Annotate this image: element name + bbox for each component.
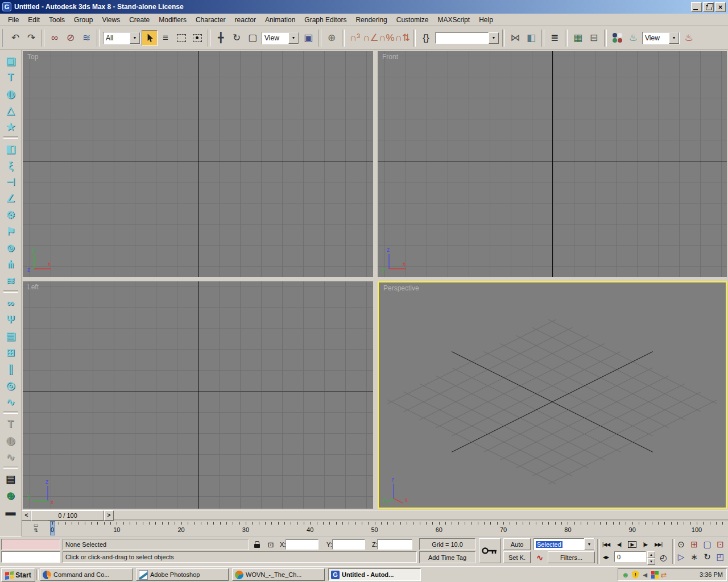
volume-tray-icon[interactable]: ◄ bbox=[642, 571, 649, 579]
key-filter-dropdown[interactable]: Selected ▼ bbox=[533, 538, 595, 550]
restore-button[interactable] bbox=[703, 2, 714, 12]
cloth-collection[interactable]: T bbox=[2, 69, 20, 85]
track-bar-ruler[interactable]: 0102030405060708090100 bbox=[48, 521, 728, 537]
toy-car[interactable]: ⊚ bbox=[2, 239, 20, 256]
toolbar-handle[interactable] bbox=[2, 29, 6, 47]
dropdown-arrow-icon[interactable]: ▼ bbox=[669, 32, 679, 44]
pan-button[interactable]: ∗ bbox=[688, 551, 701, 563]
rope-collection[interactable]: ★ bbox=[2, 118, 20, 135]
render-type-dropdown[interactable]: View▼ bbox=[642, 32, 680, 44]
window-crossing-toggle[interactable] bbox=[189, 30, 205, 46]
spinner-up-button[interactable]: ▲ bbox=[647, 551, 655, 558]
apply-rope-modifier[interactable]: ∿ bbox=[2, 448, 20, 465]
layer-manager-button[interactable]: ≣ bbox=[547, 30, 562, 46]
viewport-perspective-label[interactable]: Perspective bbox=[383, 284, 419, 292]
spinner-snap-button[interactable]: ∩⇅ bbox=[395, 30, 411, 46]
rigid-body-collection[interactable]: ▣ bbox=[2, 52, 20, 69]
plane[interactable]: ◧ bbox=[2, 140, 20, 157]
render-scene-button[interactable]: ♨ bbox=[625, 30, 641, 46]
use-pivot-center-button[interactable]: ▣ bbox=[300, 30, 316, 46]
undo-button[interactable]: ↶ bbox=[7, 30, 23, 46]
go-to-end-button[interactable]: ▶▶| bbox=[652, 538, 665, 550]
bind-to-space-warp-button[interactable]: ≋ bbox=[78, 30, 94, 46]
zoom-extents-all-button[interactable]: ⊡ bbox=[714, 538, 727, 551]
redo-button[interactable]: ↷ bbox=[23, 30, 39, 46]
spring[interactable]: ξ bbox=[2, 157, 20, 173]
go-to-start-button[interactable]: |◀◀ bbox=[599, 538, 613, 550]
arc-rotate-button[interactable]: ↻ bbox=[701, 551, 714, 563]
material-editor-button[interactable] bbox=[609, 30, 625, 46]
add-time-tag[interactable]: Add Time Tag bbox=[419, 551, 475, 563]
selection-filter-dropdown[interactable]: All▼ bbox=[103, 32, 140, 44]
time-configuration-button[interactable]: ◴ bbox=[656, 551, 670, 563]
taskbar-item-command-and-co[interactable]: Command and Co... bbox=[40, 568, 133, 581]
named-selection-sets-button[interactable]: {} bbox=[418, 30, 434, 46]
taskbar-item-untitled-autodesk[interactable]: GUntitled - Autod... bbox=[328, 568, 421, 581]
viewport-left[interactable]: Left z y x bbox=[23, 281, 373, 509]
align-button[interactable]: ◧ bbox=[523, 30, 539, 46]
angular-dashpot[interactable]: ∠ bbox=[2, 190, 20, 206]
viewport-top-label[interactable]: Top bbox=[27, 53, 38, 61]
z-coordinate-field[interactable] bbox=[377, 539, 412, 550]
start-button[interactable]: Start bbox=[1, 568, 35, 582]
point-path-constraint[interactable]: ∿ bbox=[2, 393, 20, 410]
min-max-toggle-button[interactable]: ◰ bbox=[714, 551, 727, 563]
rectangular-selection-region-button[interactable] bbox=[173, 30, 189, 46]
reference-coordinate-dropdown[interactable]: View▼ bbox=[262, 32, 299, 44]
percent-snap-button[interactable]: ∩% bbox=[379, 30, 395, 46]
menu-rendering[interactable]: Rendering bbox=[351, 15, 391, 25]
y-coordinate-field[interactable] bbox=[332, 539, 365, 550]
menu-group[interactable]: Group bbox=[69, 15, 97, 25]
prismatic-constraint[interactable]: ∥ bbox=[2, 360, 20, 377]
soft-body-collection[interactable]: ◍ bbox=[2, 85, 20, 102]
select-and-scale-button[interactable]: ▢ bbox=[245, 30, 260, 46]
play-button[interactable]: ▶ bbox=[626, 538, 639, 550]
menu-file[interactable]: File bbox=[3, 15, 23, 25]
quick-render-button[interactable]: ♨ bbox=[681, 30, 697, 46]
select-by-name-button[interactable]: ≡ bbox=[158, 30, 173, 46]
maxscript-mini-listener-white[interactable] bbox=[1, 551, 60, 563]
open-property-editor[interactable]: ▤ bbox=[2, 471, 20, 487]
linear-dashpot[interactable]: ⊣ bbox=[2, 173, 20, 190]
unlink-selection-button[interactable]: ⊘ bbox=[63, 30, 78, 46]
key-filters-button[interactable]: Filters... bbox=[548, 551, 595, 563]
zoom-button[interactable]: ⊙ bbox=[675, 538, 688, 551]
wall[interactable]: ▤ bbox=[2, 327, 20, 344]
fracture[interactable]: ⋔ bbox=[2, 256, 20, 272]
rag-doll-constraint[interactable]: Ψ bbox=[2, 311, 20, 327]
mini-curve-editor-button[interactable]: ▭⇅ bbox=[26, 521, 46, 535]
preview-animation[interactable]: ⊕ bbox=[2, 487, 20, 504]
menu-modifiers[interactable]: Modifiers bbox=[154, 15, 191, 25]
snaps-toggle-button[interactable]: ∩³ bbox=[347, 30, 363, 46]
named-selection-field-input[interactable] bbox=[435, 32, 489, 44]
mirror-button[interactable]: ⋈ bbox=[507, 30, 523, 46]
dropdown-arrow-icon[interactable]: ▼ bbox=[130, 32, 140, 44]
car-wheel-constraint[interactable]: ◎ bbox=[2, 377, 20, 393]
menu-edit[interactable]: Edit bbox=[23, 15, 44, 25]
deforming-mesh-collection[interactable]: △ bbox=[2, 102, 20, 118]
time-slider-next-button[interactable]: > bbox=[104, 510, 114, 521]
key-filter-curve-button[interactable]: ∿ bbox=[533, 551, 546, 563]
menu-graph-editors[interactable]: Graph Editors bbox=[300, 15, 351, 25]
taskbar-item-wovn-the-ch[interactable]: WOVN_-_The_Ch... bbox=[232, 568, 325, 581]
menu-tools[interactable]: Tools bbox=[44, 15, 69, 25]
messenger-tray-icon[interactable]: ☻ bbox=[622, 571, 630, 579]
x-coordinate-field[interactable] bbox=[286, 539, 318, 550]
water[interactable]: ≋ bbox=[2, 272, 20, 289]
dropdown-arrow-icon[interactable]: ▼ bbox=[489, 32, 499, 44]
menu-reactor[interactable]: reactor bbox=[230, 15, 260, 25]
viewport-top[interactable]: Top y x z bbox=[23, 51, 373, 277]
dropdown-arrow-icon[interactable]: ▼ bbox=[288, 32, 299, 44]
security-alert-tray-icon[interactable]: ! bbox=[632, 571, 639, 579]
display-settings-tray-icon[interactable] bbox=[651, 571, 659, 579]
select-and-move-button[interactable]: ╋ bbox=[213, 30, 229, 46]
viewport-left-label[interactable]: Left bbox=[27, 283, 39, 291]
create-animation[interactable]: ▬ bbox=[2, 504, 20, 520]
menu-views[interactable]: Views bbox=[97, 15, 125, 25]
angle-snap-button[interactable]: ∩∠ bbox=[363, 30, 379, 46]
current-frame-field[interactable]: 0 bbox=[614, 551, 646, 562]
schematic-view-button[interactable]: ⊟ bbox=[586, 30, 602, 46]
select-object-button[interactable] bbox=[142, 30, 158, 46]
time-slider-prev-button[interactable]: < bbox=[22, 510, 31, 521]
menu-animation[interactable]: Animation bbox=[260, 15, 300, 25]
